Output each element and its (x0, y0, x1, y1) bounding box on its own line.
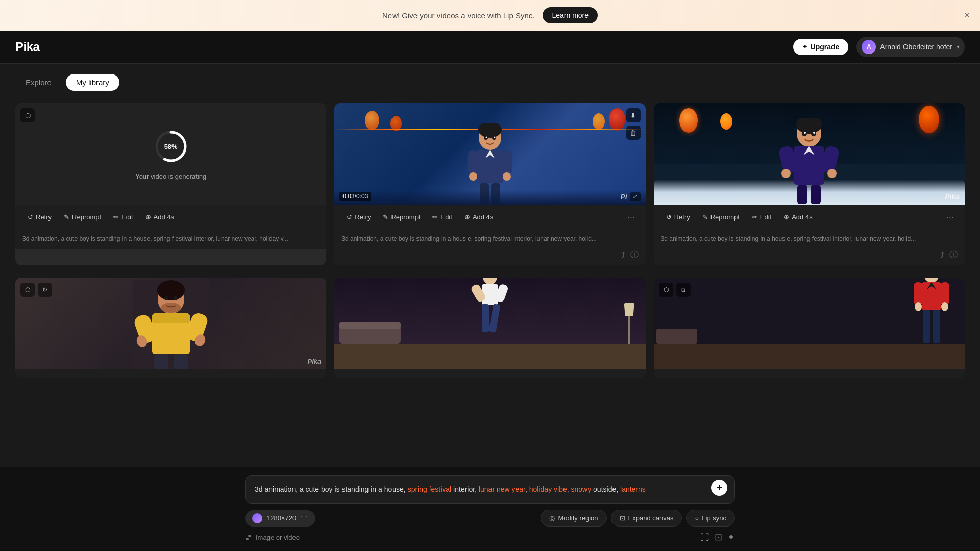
bottom-panel: 3d animation, a cute boy is standing in … (0, 467, 980, 551)
video-card-generating: ⬡ 58% Your video is generating ↺ Retry (15, 103, 326, 265)
reprompt-button-card2[interactable]: ✎ Reprompt (378, 210, 425, 224)
keyword-lanterns: lanterns (620, 485, 646, 493)
retry-button-card3[interactable]: ↺ Retry (661, 210, 695, 224)
layout-button[interactable]: ⊡ (715, 532, 722, 543)
svg-rect-28 (797, 185, 807, 204)
expand-icon-2[interactable]: ⤢ (630, 192, 641, 201)
keyword-spring-festival: spring festival (408, 485, 452, 493)
svg-point-6 (485, 137, 487, 138)
edit-button-card1[interactable]: ✏ Edit (108, 210, 138, 224)
retry-button-card1[interactable]: ↺ Retry (22, 210, 57, 224)
video-grid-row1: ⬡ 58% Your video is generating ↺ Retry (15, 103, 965, 265)
svg-point-13 (503, 172, 511, 181)
video-thumbnail-2: ⬇ 🗑 (334, 103, 645, 205)
settings-button[interactable]: ✦ (727, 532, 735, 543)
svg-point-35 (174, 296, 178, 300)
user-menu[interactable]: A Arnold Oberleiter hofer ▾ (856, 37, 965, 57)
progress-text: 58% (164, 142, 178, 150)
edit-button-card2[interactable]: ✏ Edit (427, 210, 457, 224)
prompt-text: 3d animation, a cute boy is standing in … (255, 484, 725, 495)
export-icon-4[interactable]: ⬡ (20, 283, 35, 297)
logo: Pika (15, 40, 39, 54)
modify-region-button[interactable]: ◎ Modify region (541, 510, 606, 527)
share-icon-2[interactable]: ⤴ (621, 251, 625, 260)
fullscreen-button[interactable]: ⛶ (700, 532, 709, 543)
retry-icon-3: ↺ (666, 213, 672, 221)
reprompt-button-card1[interactable]: ✎ Reprompt (59, 210, 106, 224)
add4s-button-card1[interactable]: ⊕ Add 4s (140, 210, 179, 224)
video-thumbnail-3: Pika (654, 103, 965, 205)
banner-close-button[interactable]: × (964, 10, 970, 21)
upgrade-button[interactable]: Upgrade (793, 39, 849, 55)
video-timestamp-2: 0:03/0:03 (339, 192, 371, 201)
export-icon[interactable]: ⬡ (20, 108, 35, 122)
copy-icon-6[interactable]: ⧉ (676, 283, 691, 297)
video-description-card1: 3d animation, a cute boy is standing in … (15, 229, 326, 249)
svg-point-27 (827, 169, 837, 178)
tab-my-library[interactable]: My library (66, 74, 119, 91)
pika-watermark-3: Pika (945, 193, 960, 201)
svg-rect-10 (468, 150, 478, 176)
modify-region-icon: ◎ (549, 514, 555, 522)
user-name: Arnold Oberleiter hofer (880, 43, 952, 51)
animation-preview-2 (334, 103, 645, 205)
action-bar-card2: ↺ Retry ✎ Reprompt ✏ Edit ⊕ Add 4s ⋯ (334, 205, 645, 229)
keyword-lunar: lunar new year (479, 485, 525, 493)
tab-explore[interactable]: Explore (15, 74, 62, 91)
video-description-card2: 3d animation, a cute boy is standing in … (334, 229, 645, 249)
more-options-card3[interactable]: ⋯ (943, 210, 958, 224)
keyword-holiday: holiday vibe (529, 485, 567, 493)
video-card-4: ⬡ ↻ (15, 278, 326, 378)
user-avatar-small (252, 513, 262, 523)
video-thumbnail-generating: ⬡ 58% Your video is generating (15, 103, 326, 205)
svg-rect-48 (488, 304, 500, 333)
add4s-button-card2[interactable]: ⊕ Add 4s (459, 210, 498, 224)
video-card-5: ⬡ ⧉ (334, 278, 645, 378)
edit-icon: ✏ (113, 213, 119, 221)
learn-more-button[interactable]: Learn more (543, 7, 598, 23)
svg-rect-53 (922, 282, 941, 310)
reprompt-icon-3: ✎ (702, 213, 708, 221)
avatar: A (862, 40, 876, 54)
svg-rect-58 (940, 282, 949, 305)
expand-canvas-icon: ⊡ (620, 514, 625, 522)
retry-button-card2[interactable]: ↺ Retry (341, 210, 376, 224)
reprompt-button-card3[interactable]: ✎ Reprompt (697, 210, 745, 224)
edit-button-card3[interactable]: ✏ Edit (747, 210, 776, 224)
resolution-selector[interactable]: 1280×720 🗑 (245, 510, 315, 527)
action-bar-card1: ↺ Retry ✎ Reprompt ✏ Edit ⊕ Add 4s (15, 205, 326, 229)
svg-point-59 (915, 302, 922, 311)
svg-point-26 (781, 169, 791, 178)
video-grid-row2: ⬡ ↻ (15, 278, 965, 378)
info-icon-3[interactable]: ⓘ (949, 249, 958, 260)
attach-label[interactable]: 🖇 Image or video (245, 534, 300, 541)
svg-rect-43 (174, 354, 188, 369)
reprompt-icon-2: ✎ (383, 213, 388, 221)
add4s-icon-2: ⊕ (464, 213, 470, 221)
svg-rect-29 (811, 185, 821, 204)
video-thumbnail-5: ⬡ ⧉ (334, 278, 645, 369)
svg-rect-22 (794, 146, 824, 185)
prompt-add-button[interactable]: + (711, 480, 727, 496)
info-icon-2[interactable]: ⓘ (630, 249, 639, 260)
edit-icon-2: ✏ (432, 213, 438, 221)
tool-buttons: ◎ Modify region ⊡ Expand canvas ○ Lip sy… (541, 510, 735, 527)
card4-meta (15, 369, 326, 378)
banner-message: New! Give your videos a voice with Lip S… (382, 11, 534, 20)
footer-right-buttons: ⛶ ⊡ ✦ (700, 532, 735, 543)
svg-point-7 (494, 137, 495, 138)
resolution-delete-button[interactable]: 🗑 (300, 514, 308, 523)
export-icon-6[interactable]: ⬡ (659, 283, 673, 297)
svg-rect-37 (152, 313, 190, 323)
expand-canvas-button[interactable]: ⊡ Expand canvas (611, 510, 682, 527)
more-options-card2[interactable]: ⋯ (624, 210, 639, 224)
retry-icon: ↺ (28, 213, 33, 221)
loop-icon-4[interactable]: ↻ (38, 283, 52, 297)
bottom-footer: 🖇 Image or video ⛶ ⊡ ✦ (245, 532, 735, 543)
svg-point-44 (483, 278, 497, 285)
retry-icon-2: ↺ (347, 213, 352, 221)
lip-sync-button[interactable]: ○ Lip sync (686, 510, 735, 527)
share-icon-3[interactable]: ⤴ (940, 251, 944, 260)
add4s-button-card3[interactable]: ⊕ Add 4s (778, 210, 817, 224)
svg-rect-56 (933, 310, 940, 343)
